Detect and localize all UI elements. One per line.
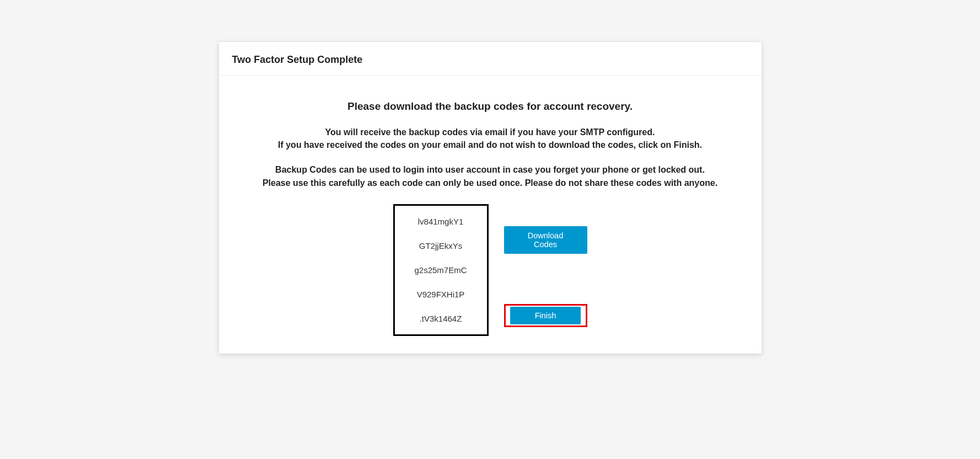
card-body: Please download the backup codes for acc… <box>219 76 762 354</box>
card-title: Two Factor Setup Complete <box>232 54 748 66</box>
message-line4: Please use this carefully as each code c… <box>263 178 717 188</box>
content-row: lv841mgkY1 GT2jjEkxYs g2s25m7EmC V929FXH… <box>232 204 748 336</box>
finish-highlight: Finish <box>504 304 587 327</box>
message-primary: Please download the backup codes for acc… <box>232 100 748 113</box>
finish-button[interactable]: Finish <box>510 307 581 324</box>
buttons-column: Download Codes Finish <box>504 204 587 336</box>
backup-code: .tV3k1464Z <box>420 314 462 323</box>
backup-code: V929FXHi1P <box>417 290 465 299</box>
message-tertiary: Backup Codes can be used to login into u… <box>232 163 748 189</box>
message-line1: You will receive the backup codes via em… <box>325 127 655 137</box>
message-line2: If you have received the codes on your e… <box>278 140 702 150</box>
download-codes-button[interactable]: Download Codes <box>504 226 587 254</box>
backup-codes-box: lv841mgkY1 GT2jjEkxYs g2s25m7EmC V929FXH… <box>393 204 489 336</box>
message-secondary: You will receive the backup codes via em… <box>232 126 748 151</box>
two-factor-setup-card: Two Factor Setup Complete Please downloa… <box>219 42 762 354</box>
backup-code: g2s25m7EmC <box>414 265 467 275</box>
card-header: Two Factor Setup Complete <box>219 42 762 76</box>
message-line3: Backup Codes can be used to login into u… <box>275 165 705 174</box>
backup-code: lv841mgkY1 <box>418 217 464 226</box>
backup-code: GT2jjEkxYs <box>419 241 462 250</box>
